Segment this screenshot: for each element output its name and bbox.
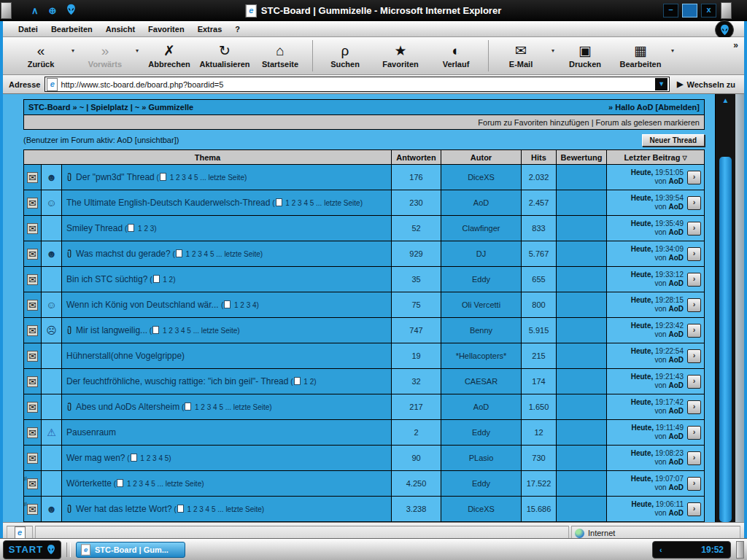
maximize-button[interactable] bbox=[682, 4, 697, 18]
col-header-autor[interactable]: Autor bbox=[441, 150, 522, 165]
goto-last-post-button[interactable]: › bbox=[687, 298, 701, 312]
dropdown-arrow-icon[interactable]: ▾ bbox=[668, 27, 677, 74]
author-link[interactable]: DiceXS bbox=[441, 497, 522, 522]
menu-datei[interactable]: Datei bbox=[12, 23, 44, 35]
author-link[interactable]: *Hellacopters* bbox=[441, 343, 522, 369]
scrollbar-thumb[interactable] bbox=[719, 157, 732, 522]
thread-row[interactable]: ✉ ☻ Der "pwn3d" Thread ( 1 2 3 4 5 ... l… bbox=[24, 165, 705, 190]
address-dropdown-icon[interactable]: ▼ bbox=[655, 78, 667, 90]
page-numbers-links[interactable]: 1 2 3) bbox=[136, 225, 156, 233]
menu-favoriten[interactable]: Favoriten bbox=[142, 23, 191, 35]
thread-title-link[interactable]: Wer mag wen? bbox=[66, 453, 125, 463]
address-url[interactable]: http://www.stc-board.de/board.php?boardi… bbox=[61, 80, 652, 89]
menu-hilfe[interactable]: ? bbox=[228, 23, 247, 35]
thread-title-link[interactable]: The Ultimate English-Deutsch Kauderwelsc… bbox=[66, 198, 270, 208]
aktualisieren-button[interactable]: ↻Aktualisieren bbox=[197, 37, 252, 74]
chevron-up-icon[interactable]: ∧ bbox=[31, 6, 39, 15]
page-numbers-links[interactable]: 1 2 3 4) bbox=[232, 301, 259, 309]
thread-title-link[interactable]: Wörterkette bbox=[66, 478, 112, 489]
user-greeting[interactable]: » Hallo AoD [Abmelden] bbox=[608, 103, 700, 112]
vertical-scrollbar[interactable]: ▲ bbox=[715, 94, 735, 522]
dropdown-arrow-icon[interactable]: ▾ bbox=[549, 27, 557, 74]
thread-title-link[interactable]: Mir ist langweilig... bbox=[76, 325, 147, 335]
thread-row[interactable]: ✉ Wer mag wen? ( 1 2 3 4 5) 90 PLasio 73… bbox=[24, 446, 705, 471]
thread-title-link[interactable]: Der "pwn3d" Thread bbox=[76, 172, 155, 182]
thread-row[interactable]: ✉ Der feuchtfröhliche, wuschig rattige: … bbox=[24, 369, 705, 394]
startseite-button[interactable]: ⌂Startseite bbox=[252, 37, 308, 74]
goto-last-post-button[interactable]: › bbox=[687, 171, 701, 184]
goto-last-post-button[interactable]: › bbox=[687, 196, 701, 210]
goto-last-post-button[interactable]: › bbox=[687, 502, 701, 516]
address-input[interactable]: e http://www.stc-board.de/board.php?boar… bbox=[44, 77, 670, 92]
vorwrts-button[interactable]: »Vorwärts bbox=[77, 37, 133, 74]
thread-title-link[interactable]: Der feuchtfröhliche, wuschig rattige: "i… bbox=[66, 376, 288, 386]
dropdown-arrow-icon[interactable]: ▾ bbox=[133, 27, 142, 74]
page-numbers-links[interactable]: 1 2 3 4 5) bbox=[139, 454, 171, 462]
tray-chevron-icon[interactable]: ‹ bbox=[659, 545, 662, 554]
verlauf-button[interactable]: ◐Verlauf bbox=[428, 37, 484, 74]
thread-title-link[interactable]: Was machst du gerade? bbox=[76, 249, 171, 259]
col-header-thema[interactable]: Thema bbox=[24, 150, 392, 165]
page-numbers-links[interactable]: 1 2 3 4 5 ... letzte Seite) bbox=[184, 250, 263, 258]
page-numbers-links[interactable]: 1 2 3 4 5 ... letzte Seite) bbox=[284, 199, 363, 207]
page-numbers-links[interactable]: 1 2 3 4 5 ... letzte Seite) bbox=[193, 403, 271, 411]
suchen-button[interactable]: ρSuchen bbox=[317, 37, 373, 74]
toolbar-overflow-chevron[interactable]: » bbox=[733, 40, 738, 50]
author-link[interactable]: PLasio bbox=[441, 446, 522, 471]
author-link[interactable]: AoD bbox=[441, 394, 522, 420]
menu-extras[interactable]: Extras bbox=[191, 23, 229, 35]
thread-title-link[interactable]: Hühnerstall(ohne Vogelgrippe) bbox=[66, 351, 185, 361]
minimize-button[interactable]: – bbox=[663, 4, 678, 18]
goto-last-post-button[interactable]: › bbox=[687, 273, 701, 287]
col-header-letzter-beitrag[interactable]: Letzter Beitrag ▽ bbox=[607, 150, 705, 165]
thread-row[interactable]: ✉ ☻ Wer hat das letzte Wort? ( 1 2 3 4 5… bbox=[24, 497, 705, 522]
thread-title-link[interactable]: Bin ich STC süchtig? bbox=[66, 274, 147, 284]
author-link[interactable]: DiceXS bbox=[441, 165, 522, 190]
goto-last-post-button[interactable]: › bbox=[687, 477, 701, 491]
page-numbers-links[interactable]: 1 2) bbox=[302, 378, 317, 386]
goto-last-post-button[interactable]: › bbox=[687, 247, 701, 261]
goto-last-post-button[interactable]: › bbox=[687, 349, 701, 363]
goto-last-post-button[interactable]: › bbox=[687, 222, 701, 236]
thread-row[interactable]: ✉ Wörterkette ( 1 2 3 4 5 ... letzte Sei… bbox=[24, 471, 705, 497]
col-header-bewertung[interactable]: Bewertung bbox=[557, 150, 607, 165]
drucken-button[interactable]: ▣Drucken bbox=[557, 37, 613, 74]
author-link[interactable]: Eddy bbox=[441, 471, 522, 497]
goto-last-post-button[interactable]: › bbox=[687, 451, 701, 465]
thread-title-link[interactable]: Wenn ich König von Deutschland wär... bbox=[66, 300, 221, 310]
abbrechen-button[interactable]: ✗Abbrechen bbox=[142, 37, 197, 74]
taskbar-grip[interactable] bbox=[66, 542, 71, 557]
go-button[interactable]: ▶ Wechseln zu bbox=[674, 79, 738, 89]
page-numbers-links[interactable]: 1 2 3 4 5 ... letzte Seite) bbox=[160, 327, 239, 335]
close-button[interactable]: x bbox=[701, 4, 716, 18]
new-thread-button[interactable]: Neuer Thread bbox=[642, 134, 705, 147]
thread-row[interactable]: ✉ Abes und AoDs Altersheim ( 1 2 3 4 5 .… bbox=[24, 394, 705, 420]
thread-row[interactable]: ✉ ⚠ Pausenraum ( 2 Eddy 12 Heute, 19:11:… bbox=[24, 420, 705, 446]
goto-last-post-button[interactable]: › bbox=[687, 400, 701, 414]
thread-title-link[interactable]: Wer hat das letzte Wort? bbox=[76, 504, 172, 514]
thread-row[interactable]: ✉ ☺ The Ultimate English-Deutsch Kauderw… bbox=[24, 190, 705, 216]
thread-title-link[interactable]: Abes und AoDs Altersheim bbox=[76, 402, 179, 412]
favoriten-button[interactable]: ★Favoriten bbox=[373, 37, 428, 74]
author-link[interactable]: Benny bbox=[441, 318, 522, 343]
thread-title-link[interactable]: Smiley Thread bbox=[66, 223, 123, 233]
target-icon[interactable]: ⊕ bbox=[49, 6, 57, 15]
thread-row[interactable]: ✉ ☺ Wenn ich König von Deutschland wär..… bbox=[24, 292, 705, 318]
scroll-up-icon[interactable]: ▲ bbox=[716, 94, 735, 107]
goto-last-post-button[interactable]: › bbox=[687, 324, 701, 338]
author-link[interactable]: Clawfinger bbox=[441, 216, 522, 241]
thread-title-link[interactable]: Pausenraum bbox=[66, 427, 116, 438]
page-numbers-links[interactable]: 1 2) bbox=[161, 276, 176, 284]
author-link[interactable]: DJ bbox=[441, 241, 522, 267]
goto-last-post-button[interactable]: › bbox=[687, 426, 701, 440]
author-link[interactable]: Eddy bbox=[441, 420, 522, 446]
goto-last-post-button[interactable]: › bbox=[687, 375, 701, 389]
zurck-button[interactable]: «Zurück bbox=[13, 37, 69, 74]
page-numbers-links[interactable]: 1 2 3 4 5 ... letzte Seite) bbox=[168, 174, 247, 182]
alien-icon[interactable] bbox=[66, 4, 76, 18]
taskbar-handle[interactable] bbox=[736, 541, 744, 559]
author-link[interactable]: AoD bbox=[441, 190, 522, 216]
taskbar-task-button[interactable]: e STC-Board | Gum... bbox=[76, 542, 185, 558]
thread-row[interactable]: ✉ Smiley Thread ( 1 2 3) 52 Clawfinger 8… bbox=[24, 216, 705, 241]
dropdown-arrow-icon[interactable]: ▾ bbox=[69, 27, 77, 74]
